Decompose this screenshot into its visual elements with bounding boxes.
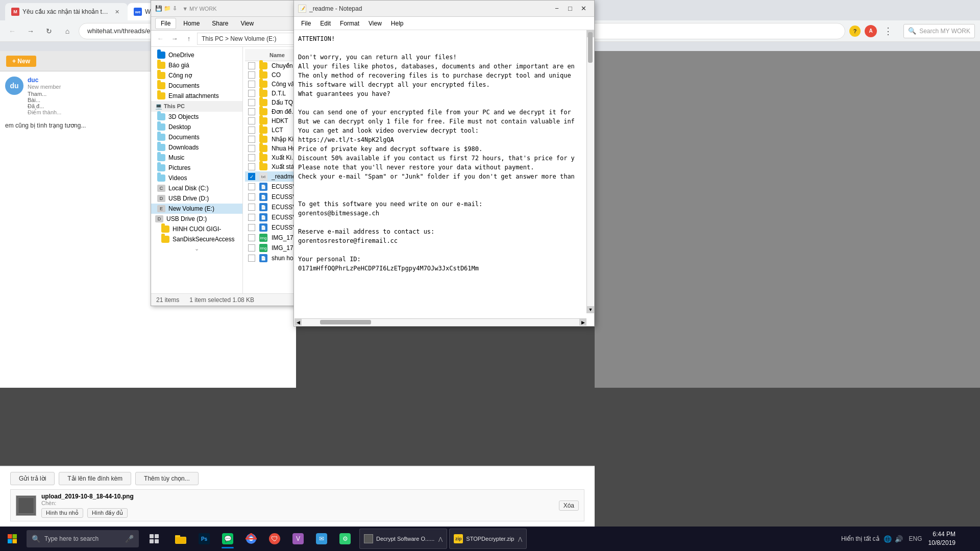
notepad-scrollbar-horizontal[interactable]: ◀ ▶ [295,318,586,325]
tab-gmail[interactable]: M Yêu cầu xác nhận tài khoản từ W... ✕ [5,3,128,20]
taskbar-search-bar[interactable]: 🔍 🎤 [27,530,139,547]
app-decrypt-software[interactable]: Decrypt Software O...... ⋀ [359,529,447,549]
taskbar-wechat-icon[interactable]: 💬 [216,528,239,550]
sidebar-scroll-more[interactable]: ⌄ [151,244,242,253]
taskbar-app7-icon[interactable]: ⚙ [334,528,356,550]
menu-button[interactable]: ⋮ [881,24,895,38]
taskbar-file-explorer-icon[interactable] [169,528,192,550]
file-checkbox-shunhon[interactable] [248,255,255,262]
notepad-minimize-button[interactable]: − [550,2,564,15]
user-avatar[interactable]: A [865,25,877,37]
scroll-left-arrow[interactable]: ◀ [295,319,302,325]
reload-button[interactable]: ↻ [42,24,56,38]
clock-display[interactable]: 6:44 PM 10/8/2019 [928,530,955,547]
show-desktop-button[interactable] [960,529,972,549]
file-checkbox-xuatsta[interactable] [248,163,255,170]
file-checkbox-ecuss3[interactable] [248,204,255,211]
sidebar-item-documents-personal[interactable]: Documents [151,81,242,91]
app-stopdecrypter[interactable]: zip STOPDecrypter.zip ⋀ [449,529,527,549]
taskbar-chrome-icon[interactable] [240,528,262,550]
scroll-thumb-vertical[interactable] [588,32,593,63]
home-button[interactable]: ⌂ [60,24,75,38]
file-checkbox-readme[interactable]: ✓ [248,173,255,180]
fe-back-button[interactable]: ← [154,33,166,45]
tab-close-gmail[interactable]: ✕ [112,7,121,16]
file-checkbox-nhuahu[interactable] [248,145,255,152]
ribbon-tab-share[interactable]: Share [207,18,233,29]
file-checkbox-dtl[interactable] [248,90,255,97]
forward-button[interactable]: → [23,24,38,38]
sidebar-item-documents[interactable]: Documents [151,132,242,142]
notepad-menu-view[interactable]: View [364,19,386,28]
taskbar-photoshop-icon[interactable]: Ps [193,528,215,550]
taskbar-search-input[interactable] [44,535,121,542]
notepad-menu-edit[interactable]: Edit [316,19,335,28]
search-mywork[interactable]: 🔍 Search MY WORK [903,24,975,38]
show-all-label[interactable]: Hiển thị tất cả [841,535,879,542]
reply-button[interactable]: Gửi trả lời [10,472,55,485]
scroll-thumb-horizontal[interactable] [320,320,371,324]
fullsize-option[interactable]: Hình đầy đủ [87,508,128,518]
sidebar-item-baogiai[interactable]: Báo giá [151,60,242,70]
sidebar-item-pictures[interactable]: Pictures [151,163,242,173]
file-checkbox-nhapki[interactable] [248,136,255,143]
file-checkbox-img2[interactable] [248,244,255,252]
ribbon-tab-view[interactable]: View [235,18,259,29]
more-options-button[interactable]: Thêm tùy chọn... [135,472,199,485]
sidebar-item-music[interactable]: Music [151,153,242,163]
attach-button[interactable]: Tải lên file đính kèm [59,472,131,485]
sidebar-item-localdisk-c[interactable]: C Local Disk (C:) [151,183,242,193]
file-checkbox-dautq[interactable] [248,99,255,106]
notepad-menu-file[interactable]: File [297,19,315,28]
network-icon[interactable]: 🌐 [884,535,892,543]
thumbnail-option[interactable]: Hình thu nhỏ [41,508,83,518]
file-checkbox-ecuss5[interactable] [248,224,255,231]
file-checkbox-ecuss4[interactable] [248,214,255,221]
ribbon-tab-home[interactable]: Home [178,18,205,29]
sidebar-item-hinh-cuoi[interactable]: HINH CUOI GIGI- [151,224,242,234]
taskbar-antivirus-icon[interactable]: 🛡 [263,528,286,550]
sidebar-item-congno[interactable]: Công nợ [151,70,242,81]
volume-icon[interactable]: 🔊 [895,535,903,543]
sidebar-item-sandisk[interactable]: SanDiskSecureAccess [151,234,242,244]
file-checkbox-lct[interactable] [248,127,255,134]
file-checkbox-img1[interactable] [248,234,255,241]
notepad-scrollbar-vertical[interactable]: ▲ ▼ [586,30,594,313]
language-indicator[interactable]: ENG [907,535,924,542]
sidebar-item-3dobjects[interactable]: 3D Objects [151,112,242,122]
file-checkbox-chuyenk[interactable] [248,62,255,69]
scroll-down-arrow[interactable]: ▼ [587,306,594,313]
file-checkbox-xuatki[interactable] [248,154,255,161]
fe-up-button[interactable]: ↑ [183,33,195,45]
back-button[interactable]: ← [5,24,19,38]
taskbar-mail-icon[interactable]: ✉ [310,528,333,550]
sidebar-item-videos[interactable]: Videos [151,173,242,183]
start-button[interactable] [0,527,24,551]
file-checkbox-donde[interactable] [248,108,255,115]
sidebar-item-usb-d[interactable]: D USB Drive (D:) [151,193,242,204]
fe-forward-button[interactable]: → [168,33,181,45]
notepad-content-area[interactable]: ATTENTION! Don't worry, you can return a… [294,30,594,326]
sidebar-item-email-attachments[interactable]: Email attachments [151,91,242,101]
sidebar-item-usb-drive[interactable]: D USB Drive (D:) [151,214,242,224]
notepad-maximize-button[interactable]: □ [564,2,577,15]
file-checkbox-hdkt[interactable] [248,117,255,124]
taskbar-vpn-icon[interactable]: V [287,528,309,550]
sidebar-item-desktop[interactable]: Desktop [151,122,242,132]
file-checkbox-ecuss1[interactable] [248,183,255,190]
file-checkbox-co[interactable] [248,71,255,79]
microphone-icon[interactable]: 🎤 [125,535,134,543]
file-checkbox-ecuss2[interactable] [248,193,255,201]
extension-icon[interactable]: ? [849,26,861,37]
notepad-close-button[interactable]: ✕ [577,2,590,15]
delete-attachment-button[interactable]: Xóa [559,500,579,511]
scroll-right-arrow[interactable]: ▶ [579,319,586,325]
notepad-menu-format[interactable]: Format [336,19,363,28]
notepad-menu-help[interactable]: Help [387,19,408,28]
sidebar-item-onedrive[interactable]: OneDrive [151,50,242,60]
sidebar-item-downloads[interactable]: Downloads [151,142,242,153]
sidebar-item-newvolume-e[interactable]: E New Volume (E:) [151,204,242,214]
orange-new-button[interactable]: + New [6,56,36,67]
ribbon-tab-file[interactable]: File [155,18,176,29]
task-view-button[interactable] [143,528,165,550]
